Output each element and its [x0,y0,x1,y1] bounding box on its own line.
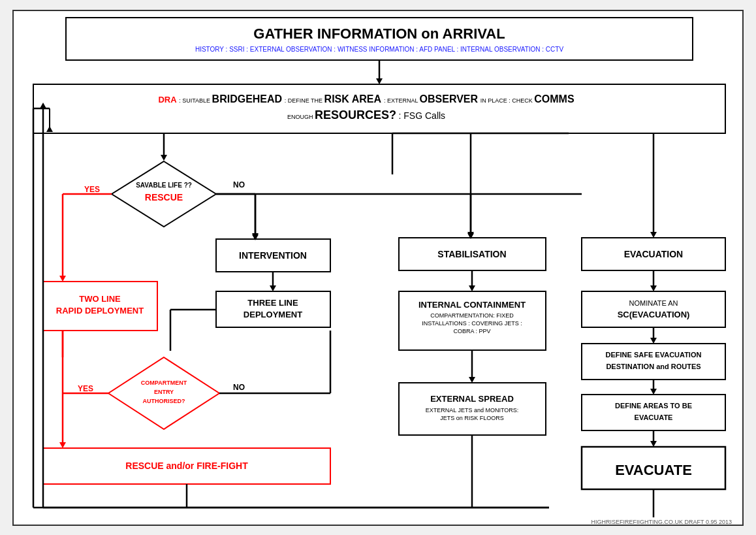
svg-text:RESCUE and/or FIRE-FIGHT: RESCUE and/or FIRE-FIGHT [125,461,248,471]
svg-text:HISTORY : SSRI : EXTERNAL OBSE: HISTORY : SSRI : EXTERNAL OBSERVATION : … [195,46,564,53]
svg-text:INTERVENTION: INTERVENTION [239,250,307,261]
svg-marker-75 [108,357,219,429]
svg-marker-17 [59,276,66,282]
svg-text:NO: NO [233,180,245,189]
svg-marker-92 [40,103,46,108]
diagram-container: GATHER INFORMATION on ARRIVAL HISTORY : … [12,10,744,526]
svg-rect-71 [582,447,725,489]
svg-rect-35 [399,238,546,270]
svg-text:THREE LINE: THREE LINE [247,298,298,308]
svg-text:DEFINE AREAS TO BE: DEFINE AREAS TO BE [615,402,692,410]
svg-marker-83 [59,442,66,448]
svg-marker-9 [161,155,167,161]
svg-marker-65 [650,389,657,395]
svg-marker-51 [650,232,657,238]
svg-text:DEFINE SAFE EVACUATION: DEFINE SAFE EVACUATION [606,351,702,359]
svg-text:COMPARTMENTATION: FIXED: COMPARTMENTATION: FIXED [430,312,514,319]
svg-text:SAVABLE LIFE ??: SAVABLE LIFE ?? [136,182,192,189]
svg-text:COMPARTMENT: COMPARTMENT [141,380,187,386]
svg-rect-46 [399,383,546,435]
svg-text:EXTERNAL JETS and MONITORS:: EXTERNAL JETS and MONITORS: [426,407,519,413]
svg-text:NO: NO [233,383,245,392]
svg-marker-70 [650,441,657,447]
svg-text:DRA
       : SUITABLE 
       : DRA : SUITABLE BRIDGEHEAD : DEFINE THE R… [158,93,574,105]
svg-text:STABILISATION: STABILISATION [437,249,506,259]
svg-text:GATHER INFORMATION on ARRIVAL: GATHER INFORMATION on ARRIVAL [253,25,505,42]
svg-marker-38 [469,285,475,291]
svg-rect-61 [582,344,725,380]
svg-marker-27 [270,285,276,291]
svg-rect-56 [582,291,725,327]
svg-marker-97 [46,126,53,132]
svg-marker-45 [469,377,475,383]
svg-rect-24 [216,239,330,272]
svg-rect-0 [66,18,693,60]
svg-marker-55 [650,285,657,291]
svg-marker-4 [376,78,383,84]
svg-rect-28 [216,291,330,327]
svg-text:RAPID DEPLOYMENT: RAPID DEPLOYMENT [56,306,144,316]
svg-text:ENOUGH 
      RESOURCES?
     : ENOUGH RESOURCES? : FSG Calls [287,108,445,122]
svg-text:RESCUE: RESCUE [145,192,183,203]
svg-rect-5 [33,84,725,133]
svg-marker-34 [467,232,474,238]
svg-text:HIGHRISEFIREFIIGHTING.CO.UK  D: HIGHRISEFIREFIIGHTING.CO.UK DRAFT 0.95 2… [591,519,732,525]
svg-text:EXTERNAL SPREAD: EXTERNAL SPREAD [430,394,514,404]
svg-marker-10 [112,161,216,227]
svg-text:SC(EVACUATION): SC(EVACUATION) [618,310,690,319]
svg-marker-101 [467,233,474,239]
svg-text:YES: YES [84,185,100,194]
svg-rect-39 [399,291,546,350]
svg-text:COBRA : PPV: COBRA : PPV [453,328,490,334]
svg-text:EVACUATE: EVACUATE [615,462,692,478]
svg-text:DESTINATION and ROUTES: DESTINATION and ROUTES [606,363,701,370]
svg-text:DEPLOYMENT: DEPLOYMENT [244,310,302,319]
svg-marker-23 [252,233,259,239]
svg-rect-66 [582,395,725,430]
svg-rect-52 [582,238,725,270]
svg-rect-18 [43,282,157,331]
svg-text:AUTHORISED?: AUTHORISED? [143,398,185,404]
svg-text:JETS on RISK FLOORS: JETS on RISK FLOORS [440,415,504,421]
svg-text:INTERNAL CONTAINMENT: INTERNAL CONTAINMENT [418,300,526,310]
svg-marker-103 [252,235,259,240]
svg-text:ENTRY: ENTRY [154,389,174,395]
svg-text:INSTALLATIONS : COVERING JETS : INSTALLATIONS : COVERING JETS : [422,320,522,327]
svg-text:EVACUATE: EVACUATE [635,413,673,421]
svg-rect-86 [43,448,330,484]
svg-text:EVACUATION: EVACUATION [624,249,683,259]
svg-text:TWO LINE: TWO LINE [79,294,121,304]
svg-marker-60 [650,338,657,344]
svg-text:YES: YES [78,384,93,393]
svg-text:NOMINATE AN: NOMINATE AN [629,299,678,307]
